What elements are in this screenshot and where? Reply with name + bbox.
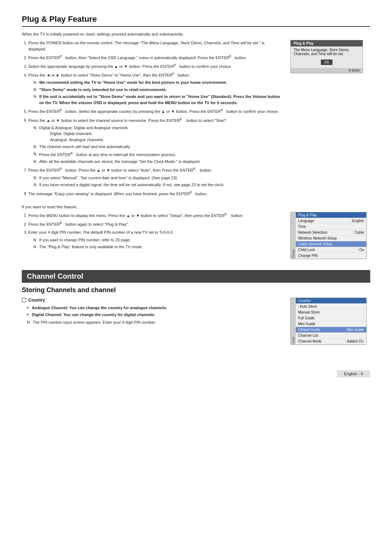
footer-area: English - 9 xyxy=(22,359,370,377)
page-footer: English - 9 xyxy=(337,370,370,377)
menu-row-cable: Cable Network Setup xyxy=(296,241,366,247)
country-note-list: The PIN number input screen appears. Ent… xyxy=(27,319,283,326)
step-4-subitems: We recommend setting the TV to "Home Use… xyxy=(33,79,283,106)
step-6-subitems: Digital & Analogue: Digital and Analogue… xyxy=(33,125,283,165)
intro-text: When the TV is initially powered on, bas… xyxy=(22,32,370,36)
country-item-1: Analogue Channel: You can change the cou… xyxy=(27,305,283,311)
screenshot-2-menu-items: Plug & Play Language: English Time Netwo… xyxy=(296,212,366,259)
reset-sub-2: The "Plug & Play" feature is only availa… xyxy=(33,244,283,250)
reset-step-3: Enter your 4 digit PIN number. The defau… xyxy=(28,229,283,250)
screenshot-1-ok-area: Ok xyxy=(294,58,360,66)
menu-row-channel-list: Channel List xyxy=(296,333,366,339)
menu-row-full-guide: Full Guide xyxy=(296,315,366,321)
step-5: Press the ENTERE button. Select the appr… xyxy=(28,108,283,114)
screenshot-3-menu-items: Country : Auto Store Manual Store Full G… xyxy=(296,298,366,344)
menu-row-channel-mode: Channel Mode: Added Ch. xyxy=(296,339,366,344)
tv-screenshot-2: Setup Plug & Play Language: English Time xyxy=(290,212,367,259)
channel-control-heading: Channel Control xyxy=(22,270,370,283)
reset-note: If you want to reset this feature... xyxy=(22,205,370,209)
main-steps-list: Press the POWER button on the remote con… xyxy=(28,40,283,197)
screenshot-1-text: The Menu Language, Store Demo, Channels,… xyxy=(294,48,360,56)
menu-row-change-pin: Change PIN xyxy=(296,253,366,259)
screenshot-1-title: Plug & Play xyxy=(291,40,363,46)
page-title: Plug & Play Feature xyxy=(22,15,370,27)
screenshot-3-menu-container: Auto Country : Auto Store Manual Store xyxy=(291,298,366,344)
step-6-sub-4: After all the available channels are sto… xyxy=(33,159,283,165)
step-6-sub-3: Press the ENTERE button at any time to i… xyxy=(33,151,283,158)
country-item-2: Digital Channel: You can change the coun… xyxy=(27,312,283,318)
country-items-list: Analogue Channel: You can change the cou… xyxy=(27,305,283,318)
menu-row-time: Time xyxy=(296,224,366,230)
step-7-sub-1: If you select "Manual", "Set current dat… xyxy=(33,175,283,181)
screenshot-3-side-label: Auto xyxy=(291,298,296,344)
menu-row-auto-store: : Auto Store xyxy=(296,304,366,310)
step-6-sub-1: Digital & Analogue: Digital and Analogue… xyxy=(33,125,283,143)
screenshot-1-footer: E Enter xyxy=(291,68,363,73)
screenshot-2-menu-container: Setup Plug & Play Language: English Time xyxy=(291,212,366,259)
country-label: Country xyxy=(28,298,45,303)
step-7: Press the ENTERE button. Press the ▲ or … xyxy=(28,167,283,188)
reset-sub-1: If you want to change PIN number, refer … xyxy=(33,237,283,243)
menu-row-manual-store: Manual Store xyxy=(296,310,366,315)
step-4-sub-2: "Store Demo" mode is only intended for u… xyxy=(33,87,283,93)
tv-screenshot-3: Auto Country : Auto Store Manual Store xyxy=(290,298,367,345)
menu-row-default-guide: Default Guide: Mini Guide xyxy=(296,327,366,333)
menu-row-plug-play: Plug & Play xyxy=(296,212,366,218)
plug-play-section: Plug & Play Feature When the TV is initi… xyxy=(22,15,370,259)
step-8: The message "Enjoy your viewing" is disp… xyxy=(28,190,283,197)
step-4-sub-1: We recommend setting the TV to "Home Use… xyxy=(33,79,283,86)
channel-content-area: Country Analogue Channel: You can change… xyxy=(22,298,370,345)
reset-step-1: Press the MENU button to display the men… xyxy=(28,212,283,218)
menu-row-network-selection: Network Selection: Cable xyxy=(296,230,366,236)
step-1: Press the POWER button on the remote con… xyxy=(28,40,283,52)
menu-row-child-lock: Child Lock: On xyxy=(296,247,366,253)
channel-col: Country Analogue Channel: You can change… xyxy=(22,298,283,327)
step-3: Select the appropriate language by press… xyxy=(28,63,283,69)
reset-step-2: Press the ENTERE button again to select … xyxy=(28,221,283,227)
screenshot-1-ok-btn: Ok xyxy=(321,60,333,65)
step-7-sub-2: If you have received a digital signal, t… xyxy=(33,182,283,188)
screenshot-1-body: The Menu Language, Store Demo, Channels,… xyxy=(291,46,363,68)
country-note: The PIN number input screen appears. Ent… xyxy=(27,319,283,326)
country-heading-area: Country xyxy=(22,298,283,303)
country-checkbox-icon xyxy=(22,298,26,302)
menu-row-country: Country xyxy=(296,298,366,304)
step-6-sub-2: The channel search will start and end au… xyxy=(33,144,283,150)
menu-row-language: Language: English xyxy=(296,218,366,224)
step-7-subitems: If you select "Manual", "Set current dat… xyxy=(33,175,283,188)
page-wrapper: Plug & Play Feature When the TV is initi… xyxy=(22,15,370,377)
screenshot-3-column: Auto Country : Auto Store Manual Store xyxy=(290,298,370,345)
channel-control-section: Channel Control Storing Channels and cha… xyxy=(22,270,370,345)
reset-steps-column: Press the MENU button to display the men… xyxy=(22,212,283,254)
step-6: Press the ▲ or ▼ button to select the ch… xyxy=(28,117,283,165)
menu-row-wireless: Wireless Network Setup xyxy=(296,236,366,241)
menu-row-mini-guide: Mini Guide xyxy=(296,321,366,327)
reset-step-3-subitems: If you want to change PIN number, refer … xyxy=(33,237,283,250)
reset-steps-list: Press the MENU button to display the men… xyxy=(28,212,283,250)
steps-column: Press the POWER button on the remote con… xyxy=(22,40,283,200)
step-4-sub-3: If the unit is accidentally set to "Stor… xyxy=(33,94,283,106)
step-2: Press the ENTERE button, then "Select th… xyxy=(28,54,283,61)
main-content-area: Press the POWER button on the remote con… xyxy=(22,40,370,200)
screenshot-1-column: Plug & Play The Menu Language, Store Dem… xyxy=(290,40,370,73)
reset-content-area: Press the MENU button to display the men… xyxy=(22,212,370,259)
step-4: Press the ◄ or ► button to select "Store… xyxy=(28,71,283,106)
screenshot-2-side-label: Setup xyxy=(291,212,296,259)
tv-screenshot-1: Plug & Play The Menu Language, Store Dem… xyxy=(290,40,363,73)
storing-channels-heading: Storing Channels and channel xyxy=(22,286,370,294)
screenshot-2-column: Setup Plug & Play Language: English Time xyxy=(290,212,370,259)
